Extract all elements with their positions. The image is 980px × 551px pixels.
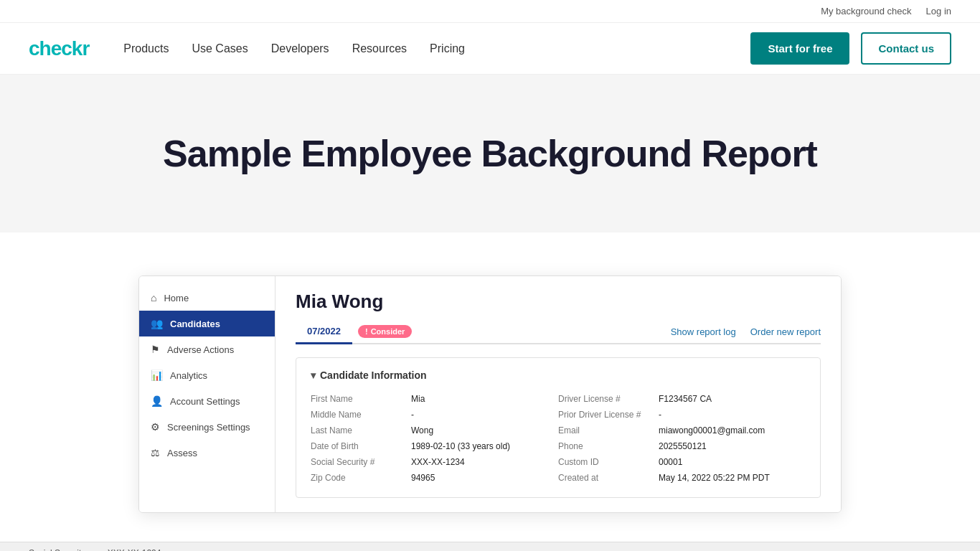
nav-link-developers[interactable]: Developers (271, 42, 329, 55)
candidate-name: Mia Wong (296, 291, 821, 313)
demo-section: ⌂Home👥Candidates⚑Adverse Actions📊Analyti… (0, 232, 980, 542)
my-background-check-link[interactable]: My background check (821, 6, 911, 17)
info-label: Email (558, 425, 659, 435)
info-value: - (659, 410, 806, 420)
sidebar-item-label: Screenings Settings (167, 422, 250, 433)
sidebar-item-label: Analytics (170, 370, 207, 381)
info-value: Wong (411, 425, 558, 435)
hero-title: Sample Employee Background Report (29, 132, 951, 175)
start-for-free-button[interactable]: Start for free (750, 32, 849, 65)
top-bar: My background check Log in (0, 0, 980, 23)
report-tabs: 07/2022 Consider Show report log Order n… (296, 320, 821, 344)
sidebar-item-candidates[interactable]: 👥Candidates (139, 311, 275, 336)
sidebar: ⌂Home👥Candidates⚑Adverse Actions📊Analyti… (139, 276, 275, 512)
info-left-col: First NameMiaMiddle Name-Last NameWongDa… (311, 391, 558, 486)
nav-link-products[interactable]: Products (123, 42, 169, 55)
info-label: Driver License # (558, 394, 659, 404)
info-row: Last NameWong (311, 423, 558, 438)
tab-date[interactable]: 07/2022 (296, 320, 352, 344)
candidates-icon: 👥 (151, 318, 163, 329)
info-row: Zip Code94965 (311, 470, 558, 486)
info-value: - (411, 410, 558, 420)
nav-ctas: Start for free Contact us (750, 32, 951, 65)
sidebar-item-label: Account Settings (170, 396, 240, 407)
info-row: Social Security #XXX-XX-1234 (311, 454, 558, 470)
info-label: Middle Name (311, 410, 411, 420)
info-label: Phone (558, 441, 659, 451)
sidebar-item-home[interactable]: ⌂Home (139, 285, 275, 311)
screenings-settings-icon: ⚙ (151, 421, 160, 433)
sidebar-item-assess[interactable]: ⚖Assess (139, 440, 275, 466)
info-value: miawong00001@gmail.com (659, 425, 806, 435)
logo[interactable]: checkr (29, 37, 89, 60)
candidate-info-section: Candidate Information First NameMiaMiddl… (296, 357, 821, 498)
info-label: Date of Birth (311, 441, 411, 451)
info-right-col: Driver License #F1234567 CAPrior Driver … (558, 391, 806, 486)
sidebar-item-analytics[interactable]: 📊Analytics (139, 362, 275, 388)
info-label: Created at (558, 473, 659, 483)
analytics-icon: 📊 (151, 369, 163, 381)
info-value: 00001 (659, 457, 806, 467)
sidebar-item-screenings-settings[interactable]: ⚙Screenings Settings (139, 414, 275, 440)
social-security-label: Social Security = (29, 548, 93, 551)
nav-link-use-cases[interactable]: Use Cases (192, 42, 248, 55)
info-value: XXX-XX-1234 (411, 457, 558, 467)
assess-icon: ⚖ (151, 447, 160, 458)
show-report-log-link[interactable]: Show report log (671, 326, 736, 337)
info-row: Emailmiawong00001@gmail.com (558, 423, 806, 438)
info-value: 94965 (411, 473, 558, 483)
sidebar-item-label: Home (164, 293, 189, 303)
hero-section: Sample Employee Background Report (0, 75, 980, 232)
contact-us-button[interactable]: Contact us (861, 32, 951, 65)
adverse-actions-icon: ⚑ (151, 344, 160, 355)
account-settings-icon: 👤 (151, 395, 163, 407)
info-row: Phone2025550121 (558, 438, 806, 454)
home-icon: ⌂ (151, 292, 156, 303)
log-in-link[interactable]: Log in (926, 6, 951, 17)
main-nav: checkr ProductsUse CasesDevelopersResour… (0, 23, 980, 75)
info-label: Zip Code (311, 473, 411, 483)
info-row: Created atMay 14, 2022 05:22 PM PDT (558, 470, 806, 486)
info-value: Mia (411, 394, 558, 404)
report-actions: Show report log Order new report (671, 326, 821, 337)
info-row: First NameMia (311, 391, 558, 407)
info-label: Custom ID (558, 457, 659, 467)
nav-link-pricing[interactable]: Pricing (430, 42, 465, 55)
info-value: May 14, 2022 05:22 PM PDT (659, 473, 806, 483)
info-row: Custom ID00001 (558, 454, 806, 470)
sidebar-item-label: Assess (167, 448, 197, 458)
info-value: F1234567 CA (659, 394, 806, 404)
sidebar-item-account-settings[interactable]: 👤Account Settings (139, 388, 275, 414)
sidebar-item-adverse-actions[interactable]: ⚑Adverse Actions (139, 336, 275, 362)
info-label: Last Name (311, 425, 411, 435)
info-row: Driver License #F1234567 CA (558, 391, 806, 407)
bottom-bar: Social Security = XXX-XX-1234 (0, 542, 980, 551)
order-new-report-link[interactable]: Order new report (750, 326, 821, 337)
sidebar-item-label: Adverse Actions (167, 344, 234, 355)
info-value: 2025550121 (659, 441, 806, 451)
mock-app: ⌂Home👥Candidates⚑Adverse Actions📊Analyti… (138, 276, 842, 513)
candidate-info-title: Candidate Information (311, 369, 806, 381)
candidate-info-grid: First NameMiaMiddle Name-Last NameWongDa… (311, 391, 806, 486)
main-content: Mia Wong 07/2022 Consider Show report lo… (275, 276, 841, 512)
info-row: Middle Name- (311, 407, 558, 423)
info-row: Prior Driver License #- (558, 407, 806, 423)
info-value: 1989-02-10 (33 years old) (411, 441, 558, 451)
nav-links: ProductsUse CasesDevelopersResourcesPric… (123, 42, 750, 55)
sidebar-item-label: Candidates (170, 319, 220, 329)
info-row: Date of Birth1989-02-10 (33 years old) (311, 438, 558, 454)
social-security-value: XXX-XX-1234 (108, 548, 161, 551)
info-label: Prior Driver License # (558, 410, 659, 420)
info-label: First Name (311, 394, 411, 404)
consider-badge: Consider (358, 325, 412, 338)
nav-link-resources[interactable]: Resources (352, 42, 407, 55)
info-label: Social Security # (311, 457, 411, 467)
